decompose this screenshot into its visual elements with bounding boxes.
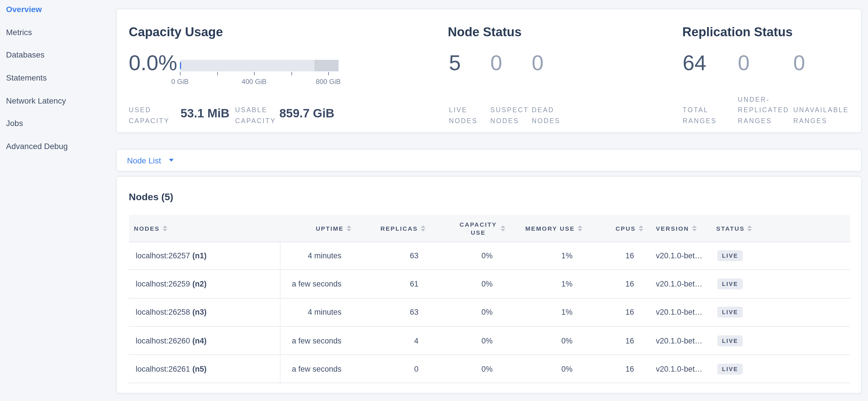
sidebar-item-overview[interactable]: Overview <box>0 0 116 21</box>
node-address: localhost:26259 <box>136 280 190 288</box>
axis-tick <box>291 72 292 75</box>
cpus-cell: 16 <box>589 241 634 269</box>
usable-capacity-value: 859.7 GiB <box>279 106 334 121</box>
column-header-label: CPUS <box>616 225 636 232</box>
version-cell: v20.1.0-bet… <box>656 270 709 298</box>
metric-label: LIVE NODES <box>449 105 485 126</box>
metric-label: SUSPECT NODES <box>490 105 526 126</box>
node-address: localhost:26258 <box>136 308 190 316</box>
status-cell: LIVE <box>717 355 781 383</box>
chevron-down-icon[interactable] <box>169 159 174 162</box>
metric-label: UNDER-REPLICATED RANGES <box>738 94 793 126</box>
memory-use-cell: 0% <box>508 355 572 383</box>
nodes-table-body: localhost:26257(n1)4 minutes630%1%16v20.… <box>129 241 850 383</box>
metric-value: 0 <box>490 51 502 76</box>
cpus-cell: 16 <box>589 355 634 383</box>
column-header-memory_use[interactable]: MEMORY USE <box>497 214 582 241</box>
column-header-replicas[interactable]: REPLICAS <box>359 214 425 241</box>
sidebar-nav: OverviewMetricsDatabasesStatementsNetwor… <box>0 0 116 401</box>
metric-label: TOTAL RANGES <box>683 105 724 126</box>
sidebar-item-databases[interactable]: Databases <box>0 44 116 66</box>
metric-value: 0 <box>532 51 544 76</box>
version-cell: v20.1.0-bet… <box>656 298 709 326</box>
column-header-label: REPLICAS <box>380 225 418 232</box>
capacity-use-cell: 0% <box>439 327 493 355</box>
metric-value: 0 <box>738 51 750 76</box>
metric-label: DEAD NODES <box>532 105 567 126</box>
column-header-label: UPTIME <box>316 225 344 232</box>
node-id: (n1) <box>192 251 207 260</box>
cpus-cell: 16 <box>589 270 634 298</box>
node-address-cell[interactable]: localhost:26261(n5) <box>136 355 274 383</box>
capacity-bar-used-indicator <box>180 62 181 69</box>
node-list-dropdown[interactable]: Node List <box>127 155 161 165</box>
metric-value: 5 <box>449 51 461 76</box>
table-row[interactable]: localhost:26258(n3)4 minutes630%1%16v20.… <box>129 298 850 327</box>
sidebar-item-metrics[interactable]: Metrics <box>0 21 116 43</box>
nodes-table-title: Nodes (5) <box>129 192 173 203</box>
cluster-summary-card: Capacity Usage 0.0% 0 GiB400 GiB800 GiB … <box>116 9 862 133</box>
node-id: (n2) <box>192 280 207 288</box>
column-header-label: VERSION <box>656 225 689 232</box>
metric-value: 64 <box>683 51 706 76</box>
cpus-cell: 16 <box>589 298 634 326</box>
usable-capacity-label: USABLE CAPACITY <box>235 105 277 126</box>
replication-status-title: Replication Status <box>682 25 793 40</box>
node-address: localhost:26260 <box>136 336 190 345</box>
sort-arrows-icon[interactable] <box>639 225 643 231</box>
sort-arrows-icon[interactable] <box>347 225 351 231</box>
column-header-nodes[interactable]: NODES <box>134 214 203 241</box>
column-header-version[interactable]: VERSION <box>656 214 719 241</box>
sidebar-item-jobs[interactable]: Jobs <box>0 112 116 135</box>
status-cell: LIVE <box>717 241 781 269</box>
axis-tick-label: 0 GiB <box>163 78 197 86</box>
node-address-cell[interactable]: localhost:26259(n2) <box>136 270 274 298</box>
sidebar-item-advanced-debug[interactable]: Advanced Debug <box>0 135 116 157</box>
uptime-cell: a few seconds <box>267 327 341 355</box>
column-header-uptime[interactable]: UPTIME <box>261 214 351 241</box>
table-row[interactable]: localhost:26261(n5)a few seconds00%0%16v… <box>129 355 850 383</box>
status-badge: LIVE <box>717 307 743 318</box>
status-badge: LIVE <box>717 364 743 375</box>
metric-label: UNAVAILABLE RANGES <box>793 105 857 126</box>
axis-tick <box>328 72 329 75</box>
memory-use-cell: 1% <box>508 298 572 326</box>
status-cell: LIVE <box>717 270 781 298</box>
status-badge: LIVE <box>717 335 743 346</box>
nodes-table: NODESUPTIMEREPLICASCAPACITY USEMEMORY US… <box>129 214 850 383</box>
sort-arrows-icon[interactable] <box>421 225 425 231</box>
node-status-title: Node Status <box>448 25 522 40</box>
version-cell: v20.1.0-bet… <box>656 327 709 355</box>
version-cell: v20.1.0-bet… <box>656 355 709 383</box>
used-capacity-label: USED CAPACITY <box>129 105 170 126</box>
table-row[interactable]: localhost:26257(n1)4 minutes630%1%16v20.… <box>129 241 850 270</box>
node-address-cell[interactable]: localhost:26260(n4) <box>136 327 274 355</box>
table-row[interactable]: localhost:26259(n2)a few seconds610%1%16… <box>129 270 850 298</box>
capacity-usage-title: Capacity Usage <box>129 25 223 40</box>
node-id: (n5) <box>192 365 207 373</box>
axis-tick <box>180 72 181 75</box>
sort-arrows-icon[interactable] <box>578 225 582 231</box>
metric-value: 0 <box>793 51 805 76</box>
table-row[interactable]: localhost:26260(n4)a few seconds40%0%16v… <box>129 327 850 355</box>
column-header-label: MEMORY USE <box>525 225 575 232</box>
axis-tick <box>217 72 218 75</box>
capacity-use-cell: 0% <box>439 355 493 383</box>
node-address-cell[interactable]: localhost:26257(n1) <box>136 241 274 269</box>
sidebar-item-statements[interactable]: Statements <box>0 66 116 89</box>
sort-arrows-icon[interactable] <box>163 225 167 231</box>
node-id: (n3) <box>192 308 207 316</box>
sort-arrows-icon[interactable] <box>692 225 697 231</box>
cpus-cell: 16 <box>589 327 634 355</box>
admin-ui-page: OverviewMetricsDatabasesStatementsNetwor… <box>0 0 868 401</box>
uptime-cell: 4 minutes <box>267 298 341 326</box>
capacity-use-cell: 0% <box>439 270 493 298</box>
column-header-label: CAPACITY USE <box>459 220 498 236</box>
column-header-cpus[interactable]: CPUS <box>589 214 643 241</box>
sidebar-item-network-latency[interactable]: Network Latency <box>0 89 116 112</box>
sort-arrows-icon[interactable] <box>748 225 752 231</box>
uptime-cell: a few seconds <box>267 355 341 383</box>
node-address-cell[interactable]: localhost:26258(n3) <box>136 298 274 326</box>
nodes-column-divider <box>280 241 281 383</box>
column-header-status[interactable]: STATUS <box>716 214 779 241</box>
